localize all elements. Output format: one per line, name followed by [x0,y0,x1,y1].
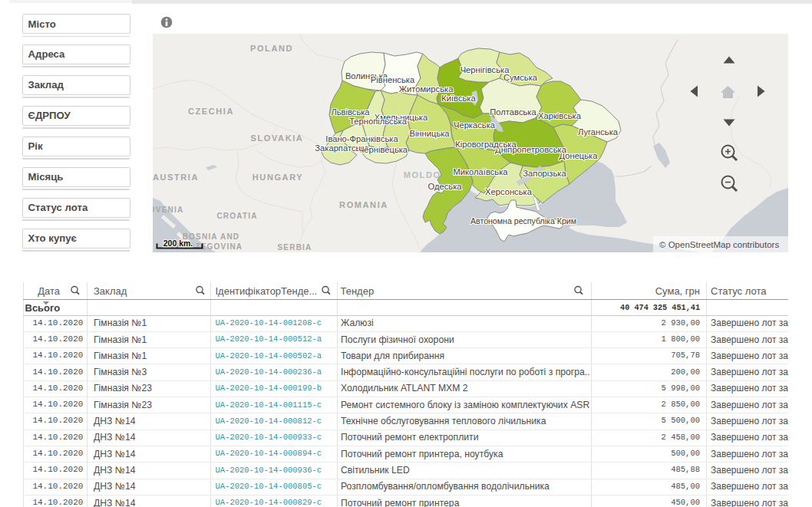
svg-text:© OpenStreetMap contributors: © OpenStreetMap contributors [659,240,779,249]
svg-text:Полтавська: Полтавська [490,107,536,117]
svg-text:Рівненська: Рівненська [371,75,415,84]
svg-text:CROATIA: CROATIA [216,212,257,220]
svg-text:SERBIA: SERBIA [278,243,312,252]
svg-text:Тернопільська: Тернопільська [349,117,408,126]
svg-text:CZECHIA: CZECHIA [188,107,234,116]
svg-text:Луганська: Луганська [578,127,619,137]
svg-text:Київська: Київська [441,94,476,103]
svg-text:Вінницька: Вінницька [409,129,450,138]
svg-text:Черкаська: Черкаська [454,120,496,130]
svg-text:200 km.: 200 km. [163,239,193,248]
svg-text:Миколаївська: Миколаївська [453,167,508,176]
svg-text:HUNGARY: HUNGARY [253,173,303,182]
svg-text:Одеська: Одеська [428,182,463,191]
svg-text:Львівська: Львівська [331,107,370,117]
svg-text:AUSTRIA: AUSTRIA [153,173,199,182]
svg-text:Автономна республіка Крим: Автономна республіка Крим [470,216,576,226]
svg-text:Харківська: Харківська [538,111,582,120]
svg-text:Запорізька: Запорізька [523,169,566,178]
svg-text:Кіровоградська: Кіровоградська [455,140,517,149]
svg-text:Сумська: Сумська [503,73,538,82]
svg-text:Івано-Франківська: Івано-Франківська [325,134,398,143]
svg-text:SLOVAKIA: SLOVAKIA [251,133,304,143]
svg-text:Житомирська: Житомирська [399,84,454,94]
svg-text:Чернігівська: Чернігівська [460,65,510,74]
svg-text:POLAND: POLAND [250,44,293,53]
svg-text:Херсонська: Херсонська [485,187,533,196]
svg-text:SLOVENIA: SLOVENIA [153,206,183,214]
svg-text:ROMANIA: ROMANIA [339,200,388,209]
svg-text:Чернівецька: Чернівецька [358,145,408,154]
